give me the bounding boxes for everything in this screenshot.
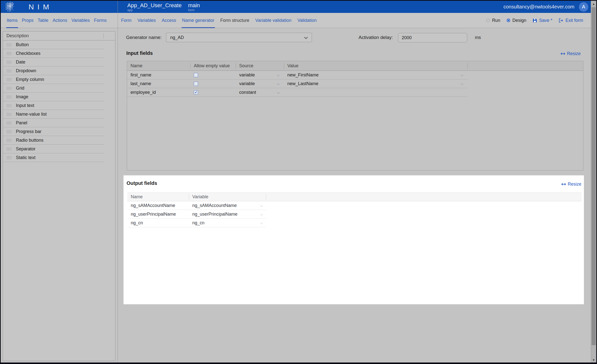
nim-logo-icon bbox=[5, 1, 17, 12]
allow-empty-checkbox[interactable]: ✓ bbox=[194, 90, 198, 95]
input-table-header: Name Allow empty value Source Value bbox=[127, 61, 583, 71]
items-palette-panel: Description Button Checkboxes Date Dropd… bbox=[3, 31, 115, 361]
palette-item-grid[interactable]: Grid bbox=[3, 84, 104, 93]
tab-items[interactable]: Items bbox=[7, 13, 18, 28]
palette-header: Description bbox=[3, 32, 115, 40]
column-resize-handle[interactable] bbox=[103, 33, 104, 39]
palette-item-checkboxes[interactable]: Checkboxes bbox=[3, 49, 104, 58]
design-mode-option[interactable]: Design bbox=[507, 18, 526, 23]
user-avatar[interactable]: A bbox=[579, 2, 588, 12]
input-fields-resize-link[interactable]: Resize bbox=[561, 51, 581, 56]
palette-item-panel[interactable]: Panel bbox=[3, 119, 104, 127]
tab-bar: Items Props Table Actions Variables Form… bbox=[1, 13, 596, 28]
tab-actions[interactable]: Actions bbox=[53, 13, 67, 28]
exit-form-label: Exit form bbox=[565, 18, 583, 23]
input-row-employee-id: employee_id ✓ constant bbox=[127, 88, 583, 97]
chevron-down-icon bbox=[277, 91, 280, 94]
source-select[interactable]: variable bbox=[236, 79, 284, 88]
output-fields-title: Output fields bbox=[127, 180, 157, 186]
source-select[interactable]: constant bbox=[236, 88, 284, 97]
run-radio[interactable] bbox=[486, 19, 490, 22]
value-select[interactable]: new_LastName bbox=[284, 79, 467, 88]
tab-name-generator[interactable]: Name generator bbox=[182, 13, 214, 28]
input-fields-title: Input fields bbox=[126, 50, 153, 56]
exit-form-button[interactable]: Exit form bbox=[559, 18, 583, 23]
drag-handle-icon bbox=[6, 156, 12, 159]
tab-forms[interactable]: Forms bbox=[94, 13, 107, 28]
view-controls: Run Design Save * bbox=[486, 13, 583, 28]
palette-item-button[interactable]: Button bbox=[3, 40, 104, 49]
design-radio[interactable] bbox=[507, 19, 510, 22]
drag-handle-icon bbox=[6, 113, 12, 116]
palette-item-date[interactable]: Date bbox=[3, 58, 104, 66]
value-select[interactable]: new_FirstName bbox=[284, 71, 467, 79]
checkmark-icon: ✓ bbox=[195, 91, 198, 94]
save-button[interactable]: Save * bbox=[533, 18, 552, 23]
tab-props[interactable]: Props bbox=[22, 13, 33, 28]
resize-icon bbox=[561, 183, 566, 186]
palette-item-static-text[interactable]: Static text bbox=[3, 153, 104, 162]
output-fields-resize-link[interactable]: Resize bbox=[561, 182, 581, 187]
palette-item-input-text[interactable]: Input text bbox=[3, 101, 104, 110]
palette-item-image[interactable]: Image bbox=[3, 93, 104, 101]
output-row-samaccountname: ng_sAMAccountName ng_sAMAccountName bbox=[127, 201, 266, 210]
drag-handle-icon bbox=[6, 104, 12, 107]
name-cell[interactable]: ng_userPrincipalName bbox=[127, 210, 189, 218]
tab-form-structure[interactable]: Form structure bbox=[220, 13, 249, 28]
drag-handle-icon bbox=[6, 52, 12, 55]
design-label: Design bbox=[512, 18, 526, 23]
brand-name: NIM bbox=[29, 3, 53, 11]
allow-empty-checkbox[interactable]: ✓ bbox=[194, 73, 198, 77]
drag-handle-icon bbox=[6, 87, 12, 90]
chevron-down-icon bbox=[277, 73, 280, 76]
tab-variables[interactable]: Variables bbox=[137, 13, 156, 28]
input-fields-table: Name Allow empty value Source Value firs… bbox=[127, 61, 583, 170]
activation-delay-input[interactable]: 2000 bbox=[398, 33, 467, 42]
palette-item-dropdown[interactable]: Dropdown bbox=[3, 66, 104, 75]
tab-access[interactable]: Access bbox=[162, 13, 176, 28]
app-title: App_AD_User_Create bbox=[127, 2, 182, 8]
palette-item-progress-bar[interactable]: Progress bar bbox=[3, 127, 104, 136]
tab-variable-validation[interactable]: Variable validation bbox=[255, 13, 292, 28]
tab-variables-left[interactable]: Variables bbox=[71, 13, 90, 28]
scroll-up-icon[interactable]: ▲ bbox=[591, 2, 596, 6]
input-row-last-name: last_name ✓ variable new_LastName bbox=[127, 79, 583, 88]
drag-handle-icon bbox=[6, 121, 12, 125]
column-header-name: Name bbox=[127, 193, 189, 201]
drag-handle-icon bbox=[6, 69, 12, 72]
scroll-down-icon[interactable]: ▼ bbox=[591, 358, 596, 362]
palette-item-name-value-list[interactable]: Name-value list bbox=[3, 110, 104, 119]
activation-delay-label: Activation delay: bbox=[359, 33, 393, 42]
name-cell[interactable]: last_name bbox=[127, 79, 190, 88]
drag-handle-icon bbox=[6, 139, 12, 142]
user-email: consultancy@nwtools4ever.com bbox=[503, 4, 574, 10]
source-select[interactable]: variable bbox=[236, 71, 284, 79]
header-titles: App_AD_User_Create app main form bbox=[127, 1, 200, 13]
form-title: main bbox=[188, 2, 200, 8]
name-cell[interactable]: ng_sAMAccountName bbox=[127, 201, 189, 210]
allow-empty-checkbox[interactable]: ✓ bbox=[194, 82, 198, 86]
input-row-first-name: first_name ✓ variable new_FirstName bbox=[127, 71, 583, 79]
scrollbar-thumb[interactable] bbox=[592, 7, 596, 345]
variable-select[interactable]: ng_cn bbox=[189, 219, 266, 227]
value-cell-empty[interactable] bbox=[284, 88, 467, 97]
name-cell[interactable]: ng_cn bbox=[127, 219, 189, 227]
name-cell[interactable]: employee_id bbox=[127, 88, 190, 97]
header-user-area: consultancy@nwtools4ever.com A bbox=[503, 1, 588, 13]
output-table-header: Name Variable bbox=[127, 193, 582, 201]
name-cell[interactable]: first_name bbox=[127, 71, 190, 79]
tab-table[interactable]: Table bbox=[38, 13, 48, 28]
pane-divider bbox=[118, 1, 118, 363]
palette-item-separator[interactable]: Separator bbox=[3, 145, 104, 153]
resize-icon bbox=[561, 52, 565, 55]
variable-select[interactable]: ng_sAMAccountName bbox=[189, 201, 266, 210]
palette-item-empty-column[interactable]: Empty column bbox=[3, 75, 104, 84]
variable-select[interactable]: ng_userPrincipalName bbox=[189, 210, 266, 218]
run-mode-option[interactable]: Run bbox=[486, 18, 500, 23]
window-vertical-scrollbar[interactable]: ▲ ▼ bbox=[591, 1, 596, 363]
generator-name-select[interactable]: ng_AD bbox=[166, 33, 312, 42]
tab-validation[interactable]: Validation bbox=[298, 13, 317, 28]
tab-form[interactable]: Form bbox=[121, 13, 132, 28]
palette-item-radio-buttons[interactable]: Radio buttons bbox=[3, 136, 104, 145]
app-title-block: App_AD_User_Create app bbox=[127, 1, 182, 13]
